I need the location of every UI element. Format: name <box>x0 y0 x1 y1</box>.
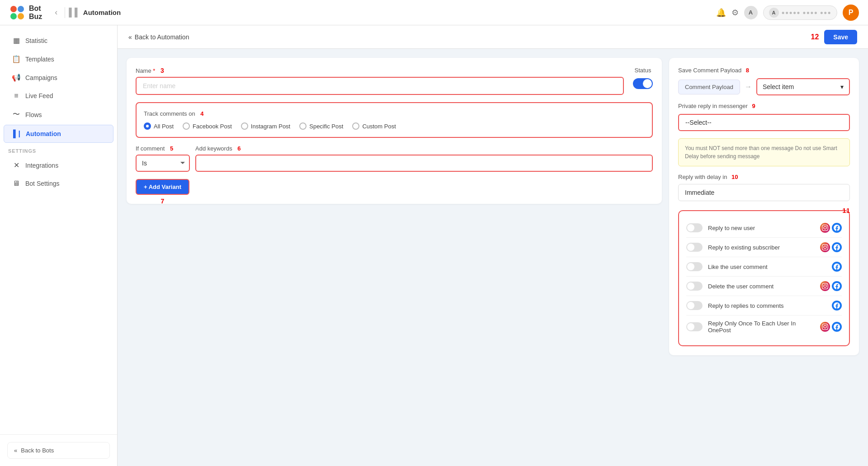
bot-settings-icon: 🖥 <box>12 179 21 188</box>
toggle-knob-reply-to-replies <box>687 302 694 309</box>
sidebar-item-automation[interactable]: ▌| Automation <box>4 125 113 143</box>
track-label: Track comments on 4 <box>144 110 645 117</box>
sidebar-item-campaigns[interactable]: 📢 Campaigns <box>4 69 113 86</box>
step-8-badge: 8 <box>746 67 749 74</box>
user-email-badge: A ●●●●● ●●●● ●●● <box>763 5 837 20</box>
step-3-badge: 3 <box>160 67 164 74</box>
back-to-automation-button[interactable]: « Back to Automation <box>128 33 189 41</box>
toggle-knob <box>643 79 652 88</box>
integrations-icon: ✕ <box>12 161 21 169</box>
back-to-bots-button[interactable]: « Back to Bots <box>7 442 110 459</box>
user-p-avatar[interactable]: P <box>843 5 859 21</box>
automation-icon: ▌| <box>12 130 21 138</box>
radio-circle-custom-post <box>352 122 359 130</box>
step-10-badge: 10 <box>731 174 738 180</box>
back-to-bots-arrow: « <box>14 447 17 454</box>
option-label-like-comment: Like the user comment <box>708 264 826 270</box>
toggle-reply-new-user[interactable] <box>686 223 703 232</box>
select-item-box[interactable]: Select item ▾ <box>756 78 850 95</box>
sidebar-label-flows: Flows <box>25 111 42 118</box>
sidebar-label-live-feed: Live Feed <box>25 92 53 99</box>
status-toggle[interactable] <box>633 78 653 89</box>
radio-label-instagram-post: Instagram Post <box>251 123 290 130</box>
if-comment-select[interactable]: Is Contains Starts with Ends with <box>136 155 190 172</box>
automation-label: Automation <box>83 9 121 16</box>
option-label-reply-once: Reply Only Once To Each User In OnePost <box>708 320 815 334</box>
sidebar: ▦ Statistic 📋 Templates 📢 Campaigns ≡ Li… <box>0 25 118 466</box>
toggle-knob-reply-existing <box>687 244 694 251</box>
select-item-chevron: ▾ <box>840 83 844 90</box>
sidebar-item-templates[interactable]: 📋 Templates <box>4 50 113 68</box>
back-to-automation-label: Back to Automation <box>135 33 189 41</box>
radio-instagram-post[interactable]: Instagram Post <box>241 122 290 130</box>
content-area: « Back to Automation 12 Save <box>118 25 868 466</box>
name-required-star: * <box>153 67 155 74</box>
if-comment-row: If comment 5 Is Contains Starts with End… <box>136 145 653 172</box>
logo-icon <box>9 5 25 21</box>
comment-payload-tag: Comment Payload <box>678 80 740 94</box>
settings-section-label: SETTINGS <box>0 144 117 155</box>
option-reply-to-replies: Reply to replies to comments <box>686 296 842 315</box>
step-11-badge: 11 <box>842 207 850 214</box>
option-like-comment: Like the user comment <box>686 257 842 277</box>
sidebar-item-statistic[interactable]: ▦ Statistic <box>4 32 113 49</box>
templates-icon: 📋 <box>12 55 21 63</box>
if-comment-label: If comment 5 <box>136 145 190 152</box>
step-5-badge: 5 <box>170 145 173 152</box>
top-bar: Bot Buz ‹ ▌▌ Automation 🔔 ⚙ A A ●●●●● ●●… <box>0 0 868 25</box>
toggle-reply-once[interactable] <box>686 322 703 331</box>
social-icons-reply-to-replies <box>832 301 842 311</box>
meta-icon-reply-to-replies <box>832 301 842 311</box>
option-delete-comment: Delete the user comment <box>686 277 842 296</box>
radio-facebook-post[interactable]: Facebook Post <box>183 122 232 130</box>
toggle-delete-comment[interactable] <box>686 282 703 291</box>
ig-icon-reply-once <box>820 322 830 332</box>
waveform-icon: ▌▌ <box>69 8 80 17</box>
svg-point-1 <box>18 6 24 12</box>
top-bar-right: 🔔 ⚙ A A ●●●●● ●●●● ●●● P <box>716 5 859 21</box>
nav-back-button[interactable]: ‹ <box>51 6 61 19</box>
share-icon[interactable]: ⚙ <box>731 8 739 18</box>
track-radio-group: All Post Facebook Post Instagram Post <box>144 122 645 130</box>
step-6-badge: 6 <box>237 145 241 152</box>
radio-circle-specific-post <box>299 122 307 130</box>
name-input[interactable] <box>136 77 624 95</box>
add-variant-button[interactable]: + Add Variant <box>136 179 189 195</box>
social-icons-like-comment <box>832 262 842 272</box>
sidebar-item-flows[interactable]: 〜 Flows <box>4 105 113 124</box>
sidebar-item-live-feed[interactable]: ≡ Live Feed <box>4 87 113 104</box>
private-reply-select[interactable]: --Select-- <box>678 114 850 131</box>
radio-custom-post[interactable]: Custom Post <box>352 122 396 130</box>
meta-icon-delete-comment <box>832 281 842 291</box>
back-to-bots-label: Back to Bots <box>21 447 54 454</box>
social-icons-reply-once <box>820 322 842 332</box>
social-icons-reply-existing <box>820 242 842 252</box>
toggle-reply-existing[interactable] <box>686 243 703 252</box>
bell-icon[interactable]: 🔔 <box>716 8 726 18</box>
user-email-text: ●●●●● ●●●● ●●● <box>782 9 831 16</box>
sidebar-bottom: « Back to Bots <box>0 434 117 466</box>
select-item-placeholder: Select item <box>763 83 794 90</box>
delay-section-label: Reply with delay in 10 <box>678 174 850 180</box>
keywords-col: Add keywords 6 <box>195 145 653 172</box>
save-comment-payload-label: Save Comment Payload 8 <box>678 67 850 74</box>
sidebar-label-campaigns: Campaigns <box>25 74 57 81</box>
radio-label-custom-post: Custom Post <box>362 123 396 130</box>
save-button[interactable]: Save <box>824 30 857 44</box>
option-label-reply-existing: Reply to existing subscriber <box>708 244 815 251</box>
toggle-reply-to-replies[interactable] <box>686 301 703 310</box>
radio-label-facebook-post: Facebook Post <box>193 123 232 130</box>
flows-icon: 〜 <box>12 110 21 119</box>
toggle-like-comment[interactable] <box>686 262 703 271</box>
immediate-select[interactable]: Immediate <box>678 184 850 201</box>
radio-circle-facebook-post <box>183 122 190 130</box>
status-field: Status <box>633 67 653 89</box>
meta-icon-reply-new-user <box>832 223 842 233</box>
sidebar-item-integrations[interactable]: ✕ Integrations <box>4 156 113 174</box>
svg-point-0 <box>10 6 17 12</box>
keywords-input[interactable] <box>195 155 653 172</box>
social-icons-reply-new-user <box>820 223 842 233</box>
radio-all-post[interactable]: All Post <box>144 122 174 130</box>
sidebar-item-bot-settings[interactable]: 🖥 Bot Settings <box>4 175 113 192</box>
radio-specific-post[interactable]: Specific Post <box>299 122 343 130</box>
